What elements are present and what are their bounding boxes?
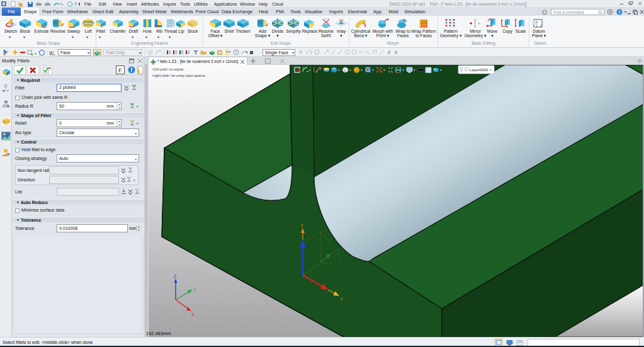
svg-text:<Ctrl-pick> to unpick.: <Ctrl-pick> to unpick. <box>152 67 184 71</box>
svg-text:<right-click> for entity input: <right-click> for entity input options. <box>152 74 206 77</box>
svg-text:?: ? <box>618 10 621 14</box>
svg-text:Z: Z <box>174 274 176 278</box>
svg-text:Y: Y <box>193 288 196 292</box>
svg-text:Layer0000: Layer0000 <box>470 67 489 72</box>
svg-text:F: F <box>118 67 122 74</box>
svg-text:z: z <box>301 223 303 227</box>
svg-text:192.483mm: 192.483mm <box>146 331 171 336</box>
svg-text:X: X <box>191 312 195 317</box>
